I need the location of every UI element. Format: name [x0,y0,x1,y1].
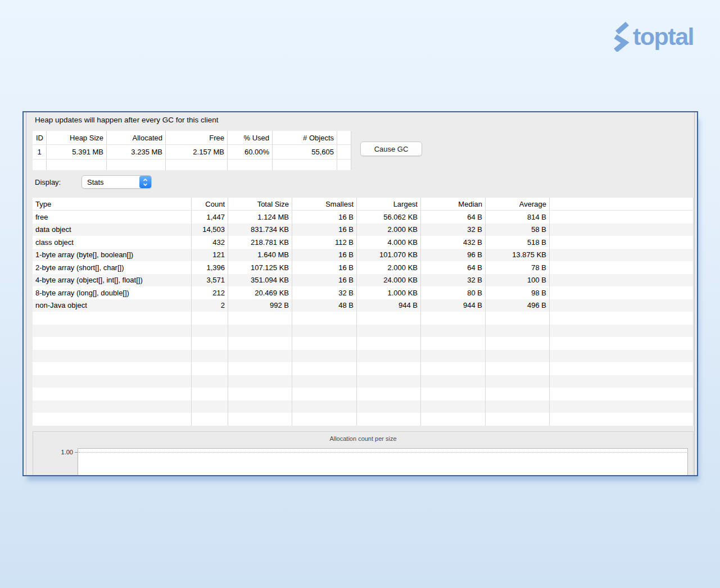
stats-cell: 518 B [486,236,550,249]
stats-filler-cell [550,274,694,287]
stats-empty-cell [421,375,486,388]
stats-filler-cell [550,325,694,338]
stats-empty-cell [486,400,550,413]
stats-filler-cell [550,312,694,325]
stats-cell: 1.640 MB [228,249,292,262]
stats-cell: 32 B [421,274,486,287]
cause-gc-button[interactable]: Cause GC [360,142,422,156]
empty-table-row [33,312,694,325]
stats-cell: 107.125 KB [228,261,292,274]
stats-cell: 432 B [421,236,486,249]
heap-summary-cell: 2.157 MB [166,145,228,159]
stats-empty-cell [192,400,228,413]
stats-cell: non-Java object [33,299,192,312]
stats-column-header[interactable]: Count [192,198,228,210]
empty-table-row [33,337,694,350]
heap-summary-header-row: IDHeap SizeAllocatedFree% Used# Objects [33,131,351,144]
stats-table: TypeCountTotal SizeSmallestLargestMedian… [33,198,694,426]
stats-empty-cell [357,388,421,400]
empty-table-row [33,325,694,338]
display-dropdown[interactable]: Stats [81,175,152,189]
stats-empty-cell [33,350,192,363]
stats-column-header[interactable]: Largest [357,198,421,210]
stats-filler-cell [550,286,694,299]
stats-cell: 16 B [292,249,357,262]
stats-empty-cell [292,337,357,350]
heap-summary-empty-cell [166,159,228,170]
stats-cell: free [33,211,192,224]
stats-empty-cell [421,325,486,338]
stats-empty-cell [33,312,192,325]
stats-empty-cell [486,413,550,426]
stats-column-header[interactable]: Type [33,198,192,210]
stats-empty-cell [192,312,228,325]
heap-summary-column-header[interactable]: Free [166,131,228,144]
stats-cell: 112 B [292,236,357,249]
stats-empty-cell [33,413,192,426]
stats-cell: 8-byte array (long[], double[]) [33,286,192,299]
stats-empty-cell [292,362,357,375]
heap-summary-empty-cell [47,159,107,170]
empty-table-row [33,350,694,363]
stats-empty-cell [33,388,192,400]
table-row[interactable]: non-Java object2992 B48 B944 B944 B496 B [33,299,694,312]
heap-status-text: Heap updates will happen after every GC … [35,116,218,124]
heap-summary-data-row[interactable]: 15.391 MB3.235 MB2.157 MB60.00%55,605 [33,144,351,159]
heap-summary-cell: 1 [33,145,47,159]
stats-column-header[interactable]: Smallest [292,198,357,210]
stats-column-header[interactable]: Median [421,198,486,210]
stats-column-header[interactable]: Average [486,198,550,210]
heap-summary-column-header[interactable]: % Used [228,131,273,144]
stats-cell: 58 B [486,224,550,236]
stats-empty-cell [33,400,192,413]
stats-filler-cell [550,261,694,274]
stats-empty-cell [421,312,486,325]
stats-filler-cell [550,388,694,400]
heap-summary-column-header[interactable]: Allocated [107,131,166,144]
stats-filler-cell [550,236,694,249]
stats-cell: 3,571 [192,274,228,287]
stats-filler-cell [550,224,694,236]
stats-cell: 16 B [292,274,357,287]
heap-summary-cell: 5.391 MB [47,145,107,159]
table-row[interactable]: free1,4471.124 MB16 B56.062 KB64 B814 B [33,211,694,224]
stats-cell: 212 [192,286,228,299]
toptal-logo[interactable]: toptal [613,21,694,52]
stats-empty-cell [357,350,421,363]
table-row[interactable]: data object14,503831.734 KB16 B2.000 KB3… [33,224,694,236]
stats-cell: 64 B [421,261,486,274]
heap-summary-cell: 60.00% [228,145,273,159]
table-row[interactable]: class object432218.781 KB112 B4.000 KB43… [33,236,694,249]
stats-cell: data object [33,224,192,236]
heap-tool-window: Heap updates will happen after every GC … [22,111,698,476]
stats-empty-cell [486,312,550,325]
table-row[interactable]: 8-byte array (long[], double[])21220.469… [33,286,694,299]
display-label: Display: [35,178,61,186]
stats-empty-cell [292,413,357,426]
heap-summary-column-header[interactable]: # Objects [273,131,337,144]
stats-filler-cell [550,299,694,312]
page-background: toptal Heap updates will happen after ev… [0,0,720,588]
stats-cell: 96 B [421,249,486,262]
stats-header-row: TypeCountTotal SizeSmallestLargestMedian… [33,198,694,211]
stats-empty-cell [357,362,421,375]
table-row[interactable]: 2-byte array (short[], char[])1,396107.1… [33,261,694,274]
empty-table-row [33,413,694,426]
stats-cell: 831.734 KB [228,224,292,236]
stats-empty-cell [486,350,550,363]
table-row[interactable]: 1-byte array (byte[], boolean[])1211.640… [33,249,694,262]
heap-summary-column-header[interactable]: Heap Size [47,131,107,144]
stats-cell: 98 B [486,286,550,299]
stats-filler-cell [550,249,694,262]
stats-column-header[interactable]: Total Size [228,198,292,210]
heap-summary-column-header[interactable]: ID [33,131,47,144]
stats-empty-cell [192,413,228,426]
stats-empty-cell [421,350,486,363]
chart-title: Allocation count per size [33,435,693,442]
table-row[interactable]: 4-byte array (object[], int[], float[])3… [33,274,694,287]
heap-summary-empty-cell [33,159,47,170]
heap-summary-filler-header [337,131,351,144]
stats-cell: 1-byte array (byte[], boolean[]) [33,249,192,262]
stats-empty-cell [228,362,292,375]
dropdown-stepper [139,176,151,188]
